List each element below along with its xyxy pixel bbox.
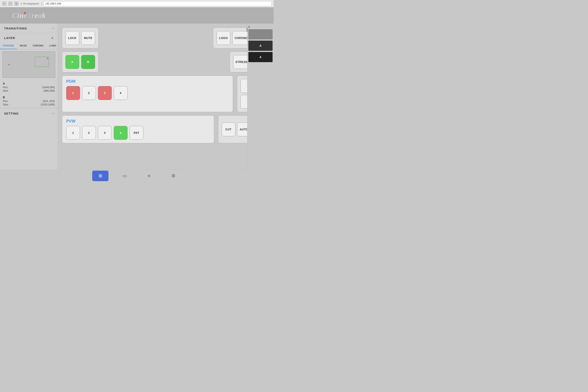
right-preview-panel: E A A — [247, 24, 274, 170]
tab-mask[interactable]: MASK — [17, 43, 30, 49]
pvw-btn-2[interactable]: 2 — [82, 126, 96, 140]
layer-a-info: A Pos: (1044,590) Size: (880,495) — [0, 80, 58, 94]
preview-canvas: + A — [2, 52, 55, 78]
right-preview-box-a: A — [248, 40, 272, 51]
layer-b-size-label: Size: — [3, 103, 9, 106]
main-layout: TRANSITIONS › LAYER ∨ POS/SIZE MASK CHRO… — [0, 24, 274, 170]
transitions-label: TRANSITIONS — [4, 26, 27, 30]
cut-button[interactable]: CUT — [222, 122, 236, 136]
security-warning: ⚠ Не защищено — [20, 2, 39, 5]
bottom-btn-monitor[interactable]: ▭ — [116, 170, 133, 181]
logo-dot — [24, 12, 26, 14]
layer-tabs: POS/SIZE MASK CHROMA LUMA — [0, 43, 58, 49]
layer-a-size-value: (880,495) — [44, 89, 55, 92]
app-header: CineTreak — [0, 7, 274, 24]
tab-chroma[interactable]: CHROMA — [30, 43, 46, 49]
bottom-btn-sliders[interactable]: ≡ — [141, 170, 157, 181]
tab-pos-size[interactable]: POS/SIZE — [0, 43, 17, 49]
pvw-btn-3[interactable]: 3 — [98, 126, 112, 140]
tab-luma[interactable]: LUMA — [46, 43, 59, 49]
content-area: LOCK MUTE LOGO CHROMA LUMA A B STREAM RE… — [58, 24, 274, 170]
logo-container: CineTreak — [12, 11, 46, 20]
layer-b-pos-row: Pos: (424,-452) — [3, 99, 55, 103]
layer-b-size-row: Size: (1920,1080) — [3, 103, 55, 106]
layer-a-title: A — [3, 82, 55, 85]
logo-text: CineTreak — [12, 11, 46, 20]
right-preview-box-1 — [248, 29, 272, 40]
sidebar: TRANSITIONS › LAYER ∨ POS/SIZE MASK CHRO… — [0, 24, 58, 170]
right-preview-label: E — [248, 26, 272, 28]
sidebar-transitions-section: TRANSITIONS › — [0, 24, 58, 33]
pgm-buttons: 1 2 3 4 — [66, 86, 229, 100]
crosshair-icon: + — [8, 63, 10, 66]
layer-b-info: B Pos: (424,-452) Size: (1920,1080) — [0, 94, 58, 108]
layer-b-pos-value: (424,-452) — [43, 100, 55, 102]
sidebar-layer-header[interactable]: LAYER ∨ — [0, 33, 58, 43]
sidebar-setting-header[interactable]: SETTING › — [0, 109, 58, 118]
grid-icon: ⊞ — [98, 173, 102, 178]
layer-a-size-row: Size: (880,495) — [3, 89, 55, 92]
setting-arrow: › — [52, 112, 54, 115]
monitor-icon: ▭ — [122, 173, 127, 178]
layer-a-pos-row: Pos: (1044,590) — [3, 86, 55, 89]
pgm-btn-4[interactable]: 4 — [114, 86, 128, 100]
pvw-title: PVW — [66, 119, 210, 124]
ab-stream-row: A B STREAM REC — [62, 52, 270, 72]
pvw-row: PVW 1 2 3 4 PAT CUT AUTO S — [62, 115, 270, 143]
transitions-arrow: › — [52, 26, 54, 30]
pvw-btn-1[interactable]: 1 — [66, 126, 80, 140]
pvw-panel: PVW 1 2 3 4 PAT — [62, 115, 214, 143]
source-b-button[interactable]: B — [81, 55, 95, 69]
settings-icon: ⚙ — [172, 173, 176, 178]
preview-label-a: A — [47, 57, 48, 60]
layer-b-title: B — [3, 96, 55, 99]
source-a-button[interactable]: A — [66, 55, 79, 69]
sidebar-layer-section: LAYER ∨ POS/SIZE MASK CHROMA LUMA + A A … — [0, 33, 58, 108]
layer-label: LAYER — [4, 36, 15, 40]
layer-b-pos-label: Pos: — [3, 100, 8, 102]
address-bar-separator: | — [41, 2, 42, 5]
layer-b-size-value: (1920,1080) — [40, 103, 55, 106]
pgm-btn-2[interactable]: 2 — [82, 86, 96, 100]
address-bar[interactable] — [44, 1, 272, 6]
logo-button[interactable]: LOGO — [216, 31, 230, 45]
sliders-icon: ≡ — [148, 173, 150, 178]
right-preview-box-a2: A — [248, 52, 272, 62]
pgm-panel: PGM 1 2 3 4 — [62, 76, 233, 112]
back-button[interactable]: ← — [2, 2, 6, 6]
reload-button[interactable]: ↻ — [14, 2, 19, 6]
top-button-row: LOCK MUTE LOGO CHROMA LUMA — [62, 28, 270, 48]
layer-a-pos-value: (1044,590) — [42, 86, 55, 89]
bottom-bar: ⊞ ▭ ≡ ⚙ — [0, 170, 274, 182]
layer-a-size-label: Size: — [3, 89, 9, 92]
lock-button[interactable]: LOCK — [66, 31, 79, 45]
bottom-btn-settings[interactable]: ⚙ — [165, 170, 182, 181]
pgm-title: PGM — [66, 79, 229, 84]
pvw-btn-pat[interactable]: PAT — [130, 126, 144, 140]
forward-button[interactable]: → — [8, 2, 12, 6]
sidebar-transitions-header[interactable]: TRANSITIONS › — [0, 24, 58, 33]
ab-panel: A B — [62, 52, 98, 72]
pgm-btn-3[interactable]: 3 — [98, 86, 112, 100]
pvw-buttons: 1 2 3 4 PAT — [66, 126, 210, 140]
layer-arrow: ∨ — [51, 36, 54, 40]
pgm-btn-1[interactable]: 1 — [66, 86, 80, 100]
bottom-btn-grid[interactable]: ⊞ — [92, 170, 108, 181]
setting-label: SETTING — [4, 112, 19, 115]
sidebar-setting-section: SETTING › — [0, 108, 58, 118]
lock-mute-panel: LOCK MUTE — [62, 28, 98, 48]
browser-bar: ← → ↻ ⚠ Не защищено | — [0, 0, 274, 7]
pgm-row: PGM 1 2 3 4 STILL FTB — [62, 76, 270, 112]
mute-button[interactable]: MUTE — [81, 31, 95, 45]
layer-a-pos-label: Pos: — [3, 86, 8, 89]
pvw-btn-4[interactable]: 4 — [114, 126, 128, 140]
